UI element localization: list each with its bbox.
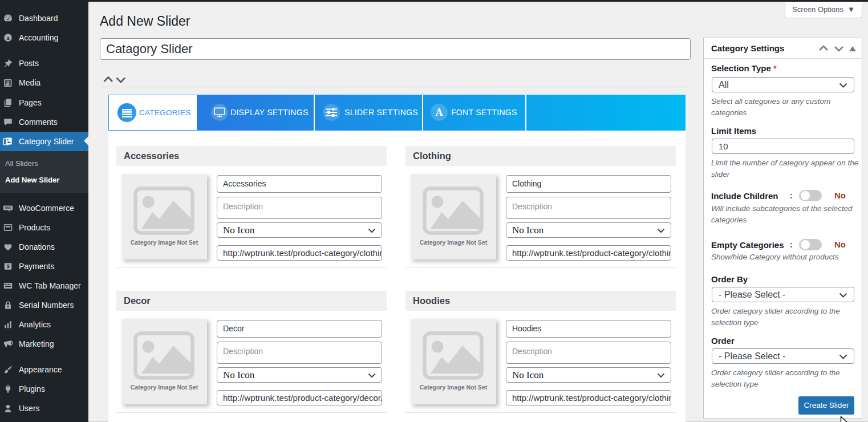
- svg-text:$: $: [6, 263, 10, 269]
- svg-text:WOO: WOO: [5, 206, 11, 209]
- svg-text:a: a: [6, 35, 10, 41]
